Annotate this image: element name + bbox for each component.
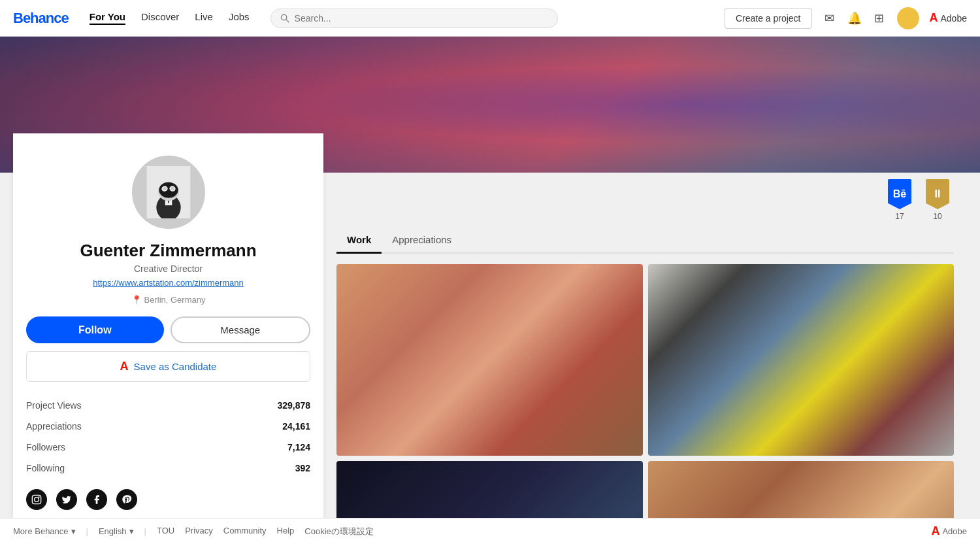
profile-title: Creative Director — [13, 264, 323, 274]
behance-logo[interactable]: Behance — [13, 10, 69, 27]
illustrator-badge-count: 10 — [933, 212, 941, 221]
project-card-2[interactable] — [648, 264, 955, 456]
profile-location: 📍 Berlin, Germany — [13, 295, 323, 305]
message-button[interactable]: Message — [171, 316, 311, 343]
profile-actions: Follow Message — [26, 316, 310, 343]
search-container — [270, 8, 558, 28]
notifications-icon[interactable]: 🔔 — [847, 11, 862, 26]
behance-badge-count: 17 — [895, 212, 904, 221]
header-actions: Create a project ✉ 🔔 ⊞ A Adobe — [725, 7, 967, 29]
svg-point-0 — [281, 14, 286, 20]
instagram-icon[interactable] — [26, 489, 47, 510]
apps-grid-icon[interactable]: ⊞ — [872, 11, 887, 26]
project-image-1 — [336, 264, 643, 456]
pinterest-icon[interactable] — [116, 489, 137, 510]
illustrator-badge-icon: II — [926, 179, 949, 209]
footer-cookie-link[interactable]: Cookieの環境設定 — [304, 526, 373, 537]
save-candidate-button[interactable]: A Save as Candidate — [26, 351, 310, 382]
content-area: Bē 17 II 10 Work Appreciations — [323, 173, 967, 544]
adobe-a-icon: A — [120, 360, 129, 373]
badges-row: Bē 17 II 10 — [336, 173, 954, 228]
footer-separator-1: | — [86, 526, 88, 536]
facebook-icon[interactable] — [86, 489, 107, 510]
footer-tou-link[interactable]: TOU — [157, 526, 174, 537]
content-tabs: Work Appreciations — [336, 228, 954, 254]
header: Behance For You Discover Live Jobs Creat… — [0, 0, 980, 37]
social-icons — [26, 489, 310, 510]
footer-adobe: A Adobe — [931, 524, 967, 538]
nav-for-you[interactable]: For You — [90, 11, 125, 25]
avatar-image — [142, 166, 195, 218]
nav-live[interactable]: Live — [195, 11, 213, 25]
chevron-down-icon-lang: ▾ — [129, 526, 134, 536]
tab-appreciations[interactable]: Appreciations — [382, 228, 462, 254]
footer-adobe-icon: A — [931, 524, 939, 538]
tab-work[interactable]: Work — [336, 228, 382, 254]
profile-card: Guenter Zimmermann Creative Director htt… — [13, 133, 323, 544]
user-avatar[interactable] — [897, 7, 919, 29]
adobe-icon: A — [930, 11, 938, 25]
main-nav: For You Discover Live Jobs — [90, 11, 250, 25]
more-behance-button[interactable]: More Behance ▾ — [13, 526, 76, 536]
nav-discover[interactable]: Discover — [141, 11, 179, 25]
main-layout: Guenter Zimmermann Creative Director htt… — [13, 173, 967, 544]
svg-point-15 — [39, 496, 40, 498]
badge-illustrator: II 10 — [921, 179, 954, 221]
svg-line-1 — [286, 20, 289, 22]
avatar-wrap — [13, 133, 323, 231]
project-image-2 — [648, 264, 955, 456]
footer-separator-2: | — [144, 526, 146, 536]
footer-help-link[interactable]: Help — [277, 526, 295, 537]
chevron-down-icon: ▾ — [71, 526, 76, 536]
stat-followers: Followers 7,124 — [26, 437, 310, 458]
profile-name: Guenter Zimmermann — [13, 241, 323, 261]
projects-grid — [336, 264, 954, 544]
create-project-button[interactable]: Create a project — [725, 8, 812, 29]
stat-appreciations: Appreciations 24,161 — [26, 416, 310, 437]
behance-badge-icon: Bē — [888, 179, 911, 209]
adobe-logo: A Adobe — [930, 11, 967, 25]
profile-avatar — [129, 153, 208, 231]
footer: More Behance ▾ | English ▾ | TOU Privacy… — [0, 518, 980, 544]
save-candidate-label: Save as Candidate — [134, 361, 217, 372]
language-selector[interactable]: English ▾ — [99, 526, 134, 536]
search-input[interactable] — [295, 13, 548, 24]
footer-links: TOU Privacy Community Help Cookieの環境設定 — [157, 526, 374, 537]
nav-jobs[interactable]: Jobs — [229, 11, 250, 25]
project-card-1[interactable] — [336, 264, 643, 456]
profile-link: https://www.artstation.com/zimmermann — [13, 277, 323, 288]
stat-following: Following 392 — [26, 458, 310, 479]
messages-icon[interactable]: ✉ — [823, 11, 837, 26]
svg-point-14 — [35, 498, 39, 502]
artstation-profile-link[interactable]: https://www.artstation.com/zimmermann — [93, 278, 243, 288]
svg-rect-13 — [32, 495, 41, 503]
location-icon: 📍 — [131, 295, 142, 305]
twitter-icon[interactable] — [56, 489, 77, 510]
stat-project-views: Project Views 329,878 — [26, 395, 310, 416]
badge-behance: Bē 17 — [883, 179, 916, 221]
search-icon — [280, 14, 289, 23]
follow-button[interactable]: Follow — [26, 316, 164, 343]
footer-privacy-link[interactable]: Privacy — [185, 526, 213, 537]
stats-grid: Project Views 329,878 Appreciations 24,1… — [26, 395, 310, 479]
footer-community-link[interactable]: Community — [223, 526, 267, 537]
